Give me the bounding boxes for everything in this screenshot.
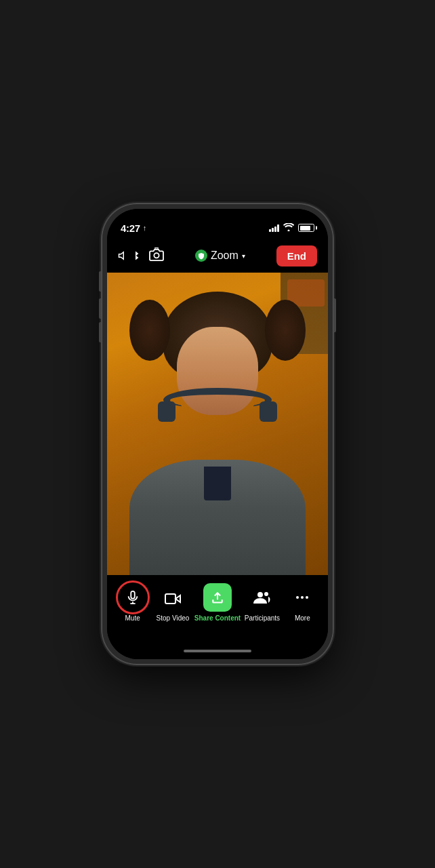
headphone-left	[158, 401, 175, 422]
chevron-down-icon: ▾	[242, 252, 245, 260]
ellipsis-icon	[296, 596, 308, 599]
participants-label: Participants	[245, 614, 280, 622]
camera-rotate-icon	[149, 248, 164, 261]
svg-rect-2	[131, 591, 135, 599]
bluetooth-icon	[131, 250, 140, 261]
more-label: More	[295, 614, 310, 622]
shield-badge	[195, 250, 207, 262]
video-background	[107, 273, 328, 575]
more-button[interactable]: More	[284, 583, 321, 622]
call-toolbar: Mute Stop Video	[107, 575, 328, 643]
home-bar	[184, 650, 251, 652]
mute-label: Mute	[125, 614, 140, 622]
headphones	[163, 388, 272, 408]
share-content-button[interactable]: Share Content	[194, 583, 241, 622]
mic-icon	[125, 590, 140, 605]
svg-point-8	[257, 592, 263, 597]
home-indicator	[107, 643, 328, 659]
meeting-title-area[interactable]: Zoom ▾	[195, 250, 245, 262]
video-icon	[165, 591, 181, 604]
share-icon	[211, 591, 224, 604]
shield-icon	[198, 252, 205, 260]
status-icons	[269, 223, 314, 233]
status-time: 4:27	[121, 222, 140, 234]
video-feed	[107, 273, 328, 575]
participants-icon	[253, 590, 271, 605]
participants-icon-wrap	[248, 583, 276, 612]
phone-screen: 4:27 ↑	[107, 209, 328, 659]
svg-rect-6	[165, 594, 175, 604]
end-button[interactable]: End	[276, 245, 317, 267]
svg-point-9	[264, 592, 268, 596]
notch	[177, 209, 258, 228]
more-icon-wrap	[288, 583, 316, 612]
signal-icon	[269, 224, 279, 232]
call-header: Zoom ▾ End	[107, 239, 328, 273]
svg-point-1	[154, 253, 159, 258]
participants-button[interactable]: Participants	[243, 583, 281, 622]
svg-marker-0	[119, 252, 124, 260]
share-content-label: Share Content	[194, 614, 241, 622]
speaker-icon	[118, 250, 130, 262]
stop-video-button[interactable]: Stop Video	[154, 583, 191, 622]
person-hair-right	[265, 300, 306, 361]
svg-marker-5	[175, 595, 180, 602]
phone-device: 4:27 ↑	[102, 203, 333, 665]
person-collar	[204, 467, 231, 500]
header-left-controls	[118, 248, 164, 264]
headphone-right	[260, 401, 277, 422]
mute-button[interactable]: Mute	[114, 583, 151, 622]
mute-icon-wrap	[119, 583, 147, 612]
battery-icon	[298, 224, 314, 232]
share-icon-wrap	[203, 583, 232, 612]
stop-video-icon-wrap	[159, 583, 187, 612]
audio-controls[interactable]	[118, 250, 140, 262]
stop-video-label: Stop Video	[157, 614, 190, 622]
wifi-icon	[283, 223, 294, 233]
person-hair-left	[129, 300, 170, 361]
camera-rotate-button[interactable]	[149, 248, 164, 264]
location-icon: ↑	[143, 224, 147, 232]
zoom-title: Zoom	[211, 250, 239, 262]
